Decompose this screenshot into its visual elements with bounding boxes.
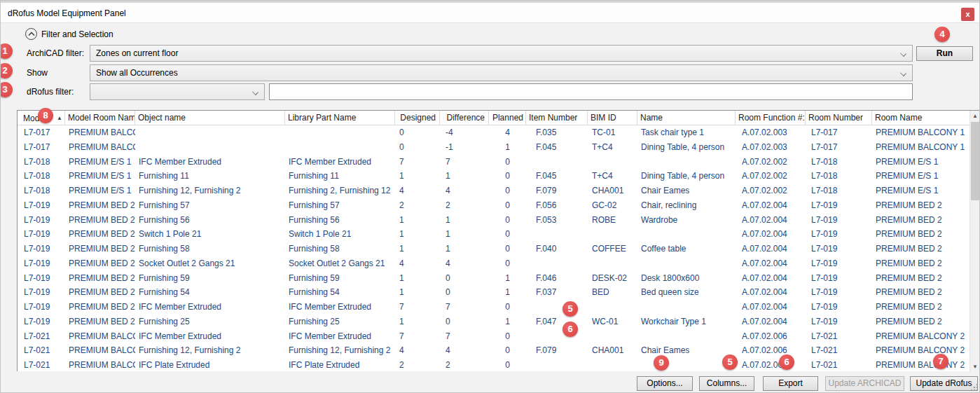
table-row[interactable]: L7-019PREMIUM BED 2Furnishing 57Furnishi… bbox=[18, 198, 969, 213]
drofus-filter-text-input[interactable] bbox=[269, 83, 913, 100]
model-room-name-cell: PREMIUM BED 2 bbox=[65, 300, 135, 315]
item-number-cell: F.053 bbox=[526, 213, 588, 228]
room-name-cell: PREMIUM E/S 1 bbox=[872, 169, 969, 184]
library-part-name-cell: Furnishing 54 bbox=[285, 285, 395, 300]
designed-cell: 7 bbox=[395, 300, 440, 315]
model-room-name-cell: PREMIUM BED 2 bbox=[65, 271, 135, 286]
table-header-row: Model ▲ Model Room Name Object name Libr… bbox=[18, 111, 969, 125]
table-row[interactable]: L7-017PREMIUM BALCONY 10-44F.035TC-01Tas… bbox=[18, 125, 969, 140]
model-room-name-cell: PREMIUM BED 2 bbox=[65, 213, 135, 228]
room-function-cell: A.07.02.004 bbox=[736, 213, 806, 228]
column-header-name[interactable]: Name bbox=[637, 111, 736, 125]
chevron-down-icon bbox=[900, 70, 906, 76]
table-row[interactable]: L7-019PREMIUM BED 2Switch 1 Pole 21Switc… bbox=[18, 227, 969, 242]
room-number-cell: L7-019 bbox=[806, 256, 872, 271]
column-header-object-name[interactable]: Object name bbox=[135, 111, 285, 125]
model-cell: L7-019 bbox=[18, 256, 65, 271]
table-row[interactable]: L7-021PREMIUM BALCONY 2Furnishing 12, Fu… bbox=[18, 343, 969, 358]
item-number-cell: F.035 bbox=[526, 125, 588, 140]
vertical-scrollbar[interactable]: ▲ ▼ bbox=[969, 111, 979, 372]
name-cell bbox=[637, 329, 736, 344]
item-number-cell bbox=[526, 300, 588, 315]
bim-id-cell: DESK-02 bbox=[588, 271, 637, 286]
room-name-cell: PREMIUM BALCONY 2 bbox=[872, 343, 969, 358]
column-header-planned[interactable]: Planned bbox=[489, 111, 526, 125]
update-drofus-button[interactable]: Update dRofus bbox=[910, 376, 978, 391]
model-room-name-cell: PREMIUM E/S 1 bbox=[65, 169, 135, 184]
column-header-room-function[interactable]: Room Function #: bbox=[736, 111, 806, 125]
table-row[interactable]: L7-018PREMIUM E/S 1Furnishing 12, Furnis… bbox=[18, 184, 969, 198]
run-button[interactable]: Run bbox=[916, 46, 973, 61]
room-number-cell: L7-018 bbox=[806, 169, 872, 184]
titlebar[interactable]: dRofus Model Equipment Panel x bbox=[1, 3, 979, 23]
show-combobox-value: Show all Occurrences bbox=[96, 68, 178, 78]
item-number-cell: F.045 bbox=[526, 140, 588, 155]
options-button[interactable]: Options... bbox=[637, 376, 693, 391]
room-name-cell: PREMIUM E/S 1 bbox=[872, 155, 969, 170]
archicad-filter-value: Zones on current floor bbox=[96, 48, 178, 58]
room-function-cell: A.07.02.006 bbox=[736, 343, 806, 358]
bim-id-cell: GC-02 bbox=[588, 198, 637, 213]
object-name-cell: Furnishing 11 bbox=[135, 169, 285, 184]
scrollbar-thumb[interactable] bbox=[971, 122, 979, 200]
close-button[interactable]: x bbox=[961, 8, 974, 21]
scroll-up-icon[interactable]: ▲ bbox=[970, 111, 980, 121]
column-header-library-part-name[interactable]: Library Part Name bbox=[285, 111, 395, 125]
room-name-cell: PREMIUM BED 2 bbox=[872, 242, 969, 256]
room-number-cell: L7-018 bbox=[806, 155, 872, 170]
show-filter-label: Show bbox=[27, 64, 48, 81]
difference-cell: 7 bbox=[440, 300, 489, 315]
table-row[interactable]: L7-017PREMIUM BALCONY 10-11F.045T+C4Dini… bbox=[18, 140, 969, 155]
table-row[interactable]: L7-019PREMIUM BED 2Furnishing 25Furnishi… bbox=[18, 315, 969, 329]
room-name-cell: PREMIUM BED 2 bbox=[872, 198, 969, 213]
name-cell: Dining Table, 4 person bbox=[637, 169, 736, 184]
table-row[interactable]: L7-019PREMIUM BED 2Furnishing 59Furnishi… bbox=[18, 271, 969, 286]
table-row[interactable]: L7-021PREMIUM BALCONY 2IFC Plate Extrude… bbox=[18, 358, 969, 372]
room-number-cell: L7-019 bbox=[806, 227, 872, 242]
scroll-down-icon[interactable]: ▼ bbox=[970, 361, 980, 372]
library-part-name-cell: Furnishing 59 bbox=[285, 271, 395, 286]
library-part-name-cell: IFC Plate Extruded bbox=[285, 358, 395, 372]
column-header-designed[interactable]: Designed bbox=[395, 111, 440, 125]
table-row[interactable]: L7-021PREMIUM BALCONY 2IFC Member Extrud… bbox=[18, 329, 969, 344]
library-part-name-cell: Furnishing 11 bbox=[285, 169, 395, 184]
column-header-item-number[interactable]: Item Number bbox=[526, 111, 588, 125]
item-number-cell: F.047 bbox=[526, 315, 588, 329]
columns-button[interactable]: Columns... bbox=[699, 376, 754, 391]
drofus-filter-combobox[interactable] bbox=[90, 83, 265, 100]
room-function-cell: A.07.02.004 bbox=[736, 242, 806, 256]
table-row[interactable]: L7-018PREMIUM E/S 1IFC Member ExtrudedIF… bbox=[18, 155, 969, 170]
annotation-badge-2-1: 2 bbox=[0, 63, 13, 78]
collapse-section-button[interactable] bbox=[25, 28, 37, 40]
chevron-down-icon bbox=[900, 50, 906, 57]
table-row[interactable]: L7-019PREMIUM BED 2IFC Member ExtrudedIF… bbox=[18, 300, 969, 315]
resize-grip-icon[interactable] bbox=[970, 383, 978, 391]
table-row[interactable]: L7-018PREMIUM E/S 1Furnishing 11Furnishi… bbox=[18, 169, 969, 184]
annotation-badge-5-5: 5 bbox=[563, 301, 578, 317]
difference-cell: -4 bbox=[440, 125, 489, 140]
item-number-cell bbox=[526, 256, 588, 271]
column-header-difference[interactable]: Difference bbox=[440, 111, 489, 125]
room-function-cell: A.07.02.002 bbox=[736, 184, 806, 198]
column-header-bim-id[interactable]: BIM ID bbox=[588, 111, 637, 125]
column-header-model-room-name[interactable]: Model Room Name bbox=[65, 111, 135, 125]
column-header-room-number[interactable]: Room Number bbox=[806, 111, 872, 125]
difference-cell: 4 bbox=[440, 256, 489, 271]
item-number-cell bbox=[526, 227, 588, 242]
object-name-cell: Furnishing 58 bbox=[135, 242, 285, 256]
table-row[interactable]: L7-019PREMIUM BED 2Furnishing 54Furnishi… bbox=[18, 285, 969, 300]
designed-cell: 7 bbox=[395, 155, 440, 170]
model-room-name-cell: PREMIUM BALCONY 2 bbox=[65, 358, 135, 372]
export-button[interactable]: Export bbox=[763, 376, 818, 391]
object-name-cell: Furnishing 25 bbox=[135, 315, 285, 329]
annotation-badge-5-8: 5 bbox=[722, 354, 738, 370]
table-row[interactable]: L7-019PREMIUM BED 2Furnishing 56Furnishi… bbox=[18, 213, 969, 228]
planned-cell: 0 bbox=[489, 329, 526, 344]
object-name-cell: IFC Member Extruded bbox=[135, 329, 285, 344]
show-combobox[interactable]: Show all Occurrences bbox=[90, 64, 913, 81]
object-name-cell: Furnishing 57 bbox=[135, 198, 285, 213]
column-header-room-name[interactable]: Room Name bbox=[872, 111, 971, 125]
table-row[interactable]: L7-019PREMIUM BED 2Furnishing 58Furnishi… bbox=[18, 242, 969, 256]
archicad-filter-combobox[interactable]: Zones on current floor bbox=[90, 45, 913, 62]
table-row[interactable]: L7-019PREMIUM BED 2Socket Outlet 2 Gangs… bbox=[18, 256, 969, 271]
